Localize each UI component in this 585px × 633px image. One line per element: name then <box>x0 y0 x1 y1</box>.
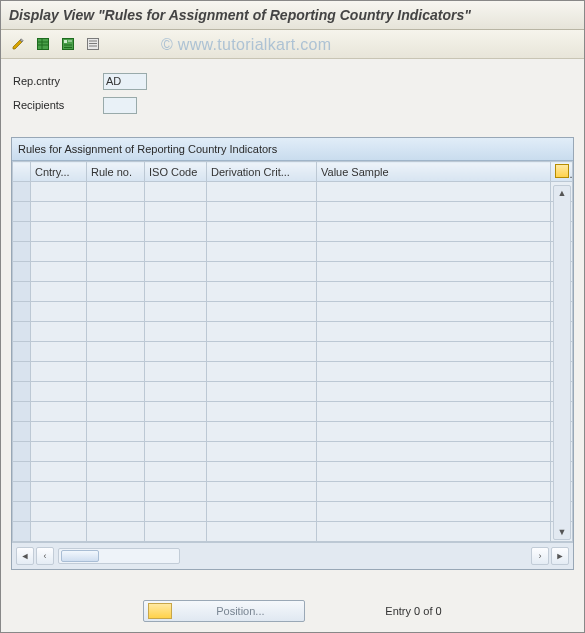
cell[interactable] <box>31 502 87 522</box>
row-selector[interactable] <box>13 222 31 242</box>
cell[interactable] <box>145 482 207 502</box>
scroll-right-icon[interactable]: › <box>531 547 549 565</box>
hscroll-thumb[interactable] <box>61 550 99 562</box>
cell[interactable] <box>31 222 87 242</box>
row-selector[interactable] <box>13 322 31 342</box>
cell[interactable] <box>145 202 207 222</box>
cell[interactable] <box>87 182 145 202</box>
cell[interactable] <box>317 322 551 342</box>
cell[interactable] <box>145 302 207 322</box>
table-row[interactable] <box>13 462 573 482</box>
cell[interactable] <box>31 262 87 282</box>
row-selector[interactable] <box>13 402 31 422</box>
cell[interactable] <box>207 182 317 202</box>
row-selector[interactable] <box>13 382 31 402</box>
row-selector[interactable] <box>13 522 31 542</box>
cell[interactable] <box>207 242 317 262</box>
cell[interactable] <box>31 342 87 362</box>
table-list-icon[interactable] <box>82 33 104 55</box>
cell[interactable] <box>31 482 87 502</box>
cell[interactable] <box>87 362 145 382</box>
rep-cntry-input[interactable] <box>103 73 147 90</box>
table-row[interactable] <box>13 362 573 382</box>
cell[interactable] <box>87 462 145 482</box>
cell[interactable] <box>145 262 207 282</box>
cell[interactable] <box>207 502 317 522</box>
col-cntry[interactable]: Cntry... <box>31 162 87 182</box>
cell[interactable] <box>87 302 145 322</box>
col-value-sample[interactable]: Value Sample <box>317 162 551 182</box>
table-row[interactable] <box>13 422 573 442</box>
cell[interactable] <box>207 322 317 342</box>
cell[interactable] <box>87 222 145 242</box>
vertical-scrollbar[interactable]: ▲ ▼ <box>553 185 571 540</box>
cell[interactable] <box>145 382 207 402</box>
cell[interactable] <box>31 182 87 202</box>
cell[interactable] <box>207 482 317 502</box>
cell[interactable] <box>87 482 145 502</box>
cell[interactable] <box>207 522 317 542</box>
cell[interactable] <box>31 202 87 222</box>
table-row[interactable] <box>13 202 573 222</box>
cell[interactable] <box>317 242 551 262</box>
cell[interactable] <box>317 342 551 362</box>
cell[interactable] <box>31 322 87 342</box>
row-selector[interactable] <box>13 202 31 222</box>
cell[interactable] <box>145 182 207 202</box>
table-row[interactable] <box>13 522 573 542</box>
cell[interactable] <box>207 362 317 382</box>
cell[interactable] <box>145 282 207 302</box>
cell[interactable] <box>317 442 551 462</box>
grid-config-button[interactable] <box>551 162 573 182</box>
table-row[interactable] <box>13 262 573 282</box>
row-selector[interactable] <box>13 262 31 282</box>
col-iso-code[interactable]: ISO Code <box>145 162 207 182</box>
scroll-down-icon[interactable]: ▼ <box>555 525 569 539</box>
scroll-first-icon[interactable]: ◄ <box>16 547 34 565</box>
cell[interactable] <box>317 362 551 382</box>
cell[interactable] <box>207 302 317 322</box>
cell[interactable] <box>87 402 145 422</box>
cell[interactable] <box>207 462 317 482</box>
grid-select-all[interactable] <box>13 162 31 182</box>
cell[interactable] <box>317 262 551 282</box>
row-selector[interactable] <box>13 462 31 482</box>
cell[interactable] <box>145 462 207 482</box>
cell[interactable] <box>207 222 317 242</box>
table-row[interactable] <box>13 282 573 302</box>
cell[interactable] <box>31 422 87 442</box>
cell[interactable] <box>207 342 317 362</box>
cell[interactable] <box>317 422 551 442</box>
scroll-up-icon[interactable]: ▲ <box>555 186 569 200</box>
cell[interactable] <box>145 362 207 382</box>
cell[interactable] <box>317 482 551 502</box>
table-row[interactable] <box>13 222 573 242</box>
cell[interactable] <box>87 422 145 442</box>
cell[interactable] <box>317 402 551 422</box>
cell[interactable] <box>207 422 317 442</box>
table-row[interactable] <box>13 442 573 462</box>
cell[interactable] <box>145 422 207 442</box>
table-row[interactable] <box>13 502 573 522</box>
cell[interactable] <box>317 522 551 542</box>
table-detail-icon[interactable] <box>57 33 79 55</box>
cell[interactable] <box>145 442 207 462</box>
row-selector[interactable] <box>13 242 31 262</box>
cell[interactable] <box>317 282 551 302</box>
cell[interactable] <box>317 462 551 482</box>
cell[interactable] <box>317 302 551 322</box>
cell[interactable] <box>87 342 145 362</box>
cell[interactable] <box>87 262 145 282</box>
cell[interactable] <box>145 322 207 342</box>
cell[interactable] <box>87 522 145 542</box>
cell[interactable] <box>207 282 317 302</box>
cell[interactable] <box>31 242 87 262</box>
table-row[interactable] <box>13 302 573 322</box>
cell[interactable] <box>207 262 317 282</box>
cell[interactable] <box>317 202 551 222</box>
row-selector[interactable] <box>13 442 31 462</box>
cell[interactable] <box>207 202 317 222</box>
change-icon[interactable] <box>7 33 29 55</box>
cell[interactable] <box>145 242 207 262</box>
row-selector[interactable] <box>13 422 31 442</box>
